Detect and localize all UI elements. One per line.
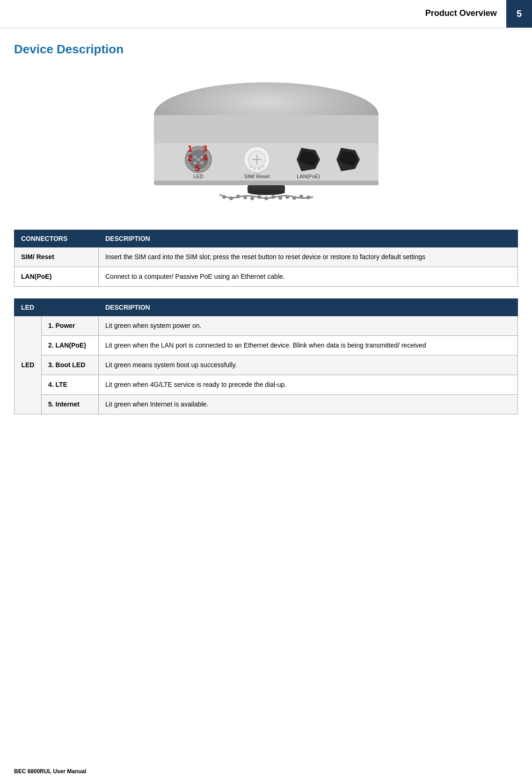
- svg-text:SIM/ Reset: SIM/ Reset: [244, 174, 269, 179]
- svg-point-31: [243, 196, 247, 199]
- tables-section: CONNECTORS DESCRIPTION SIM/ ResetInsert …: [0, 230, 532, 414]
- svg-point-37: [285, 195, 289, 199]
- led-table: LED DESCRIPTION LED1. PowerLit green whe…: [14, 298, 518, 414]
- table-row: 5. InternetLit green when Internet is av…: [15, 395, 518, 414]
- svg-point-17: [253, 168, 255, 170]
- connectors-col-header: CONNECTORS: [15, 230, 99, 247]
- header-title: Product Overview: [416, 0, 506, 28]
- svg-point-30: [236, 195, 240, 198]
- connector-name-cell: LAN(PoE): [15, 267, 99, 287]
- svg-point-27: [248, 189, 285, 195]
- led-desc-cell: Lit green when system power on.: [99, 316, 518, 336]
- led-desc-cell: Lit green when 4G/LTE service is ready t…: [99, 375, 518, 395]
- led-desc-header: DESCRIPTION: [99, 299, 518, 316]
- svg-rect-3: [154, 181, 379, 185]
- svg-text:1: 1: [188, 144, 192, 153]
- svg-point-35: [271, 195, 275, 199]
- svg-point-18: [258, 168, 260, 170]
- svg-point-10: [197, 158, 200, 161]
- led-sub-name-cell: 5. Internet: [41, 395, 98, 414]
- svg-text:2: 2: [188, 153, 192, 163]
- svg-point-29: [229, 196, 233, 200]
- table-row: 4. LTELit green when 4G/LTE service is r…: [15, 375, 518, 395]
- svg-point-36: [278, 196, 282, 200]
- led-desc-cell: Lit green when the LAN port is connected…: [99, 336, 518, 356]
- led-group-label: LED: [15, 316, 42, 414]
- connectors-table: CONNECTORS DESCRIPTION SIM/ ResetInsert …: [14, 230, 518, 287]
- led-sub-name-cell: 1. Power: [41, 316, 98, 336]
- svg-point-19: [261, 166, 263, 168]
- svg-point-28: [222, 195, 226, 199]
- footer: BEC 6800RUL User Manual: [14, 768, 87, 775]
- svg-text:4: 4: [203, 153, 207, 163]
- device-image-area: LED SIM/ Reset LAN(PoE): [0, 66, 532, 220]
- page-number: 5: [506, 0, 532, 28]
- svg-text:LAN(PoE): LAN(PoE): [297, 174, 320, 179]
- led-sub-name-cell: 4. LTE: [41, 375, 98, 395]
- svg-text:LED: LED: [193, 174, 203, 179]
- svg-point-16: [250, 166, 252, 168]
- led-sub-name-cell: 2. LAN(PoE): [41, 336, 98, 356]
- connector-name-cell: SIM/ Reset: [15, 247, 99, 267]
- svg-point-38: [292, 196, 296, 200]
- connectors-desc-header: DESCRIPTION: [99, 230, 518, 247]
- svg-text:5: 5: [195, 164, 200, 173]
- led-desc-cell: Lit green means system boot up successfu…: [99, 356, 518, 375]
- svg-point-6: [194, 156, 197, 159]
- table-row: 2. LAN(PoE)Lit green when the LAN port i…: [15, 336, 518, 356]
- page-title: Device Description: [0, 37, 532, 66]
- led-col-header: LED: [15, 299, 99, 316]
- connector-desc-cell: Insert the SIM card into the SIM slot; p…: [99, 247, 518, 267]
- table-row: LAN(PoE)Connect to a computer/ Passive P…: [15, 267, 518, 287]
- svg-point-34: [264, 196, 268, 200]
- connector-desc-cell: Connect to a computer/ Passive PoE using…: [99, 267, 518, 287]
- svg-point-39: [299, 195, 303, 198]
- device-illustration: LED SIM/ Reset LAN(PoE): [126, 75, 407, 216]
- svg-point-32: [250, 196, 254, 200]
- svg-point-40: [306, 196, 310, 199]
- svg-point-33: [257, 195, 261, 199]
- page-header: Product Overview 5: [0, 0, 532, 28]
- table-row: 3. Boot LEDLit green means system boot u…: [15, 356, 518, 375]
- table-row: LED1. PowerLit green when system power o…: [15, 316, 518, 336]
- svg-text:3: 3: [203, 144, 207, 153]
- table-row: SIM/ ResetInsert the SIM card into the S…: [15, 247, 518, 267]
- led-sub-name-cell: 3. Boot LED: [41, 356, 98, 375]
- led-desc-cell: Lit green when Internet is available.: [99, 395, 518, 414]
- footer-text: BEC 6800RUL User Manual: [14, 768, 87, 775]
